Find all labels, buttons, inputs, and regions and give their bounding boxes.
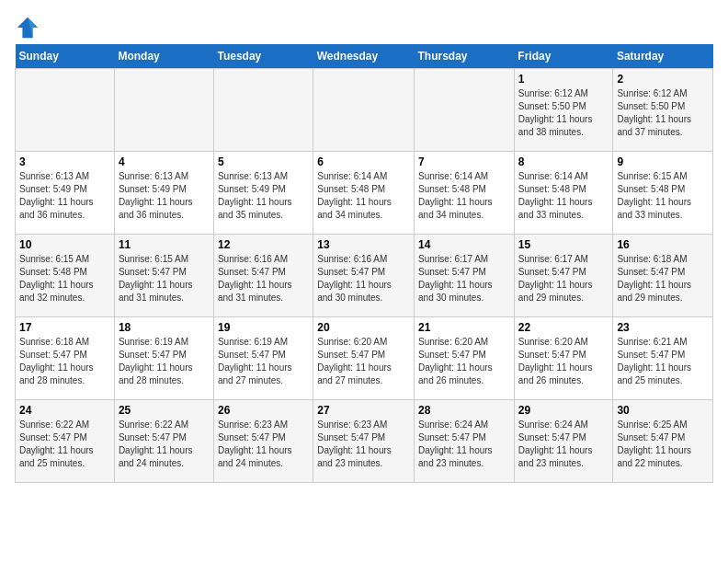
calendar-body: 1Sunrise: 6:12 AM Sunset: 5:50 PM Daylig… [16, 69, 713, 483]
weekday-header: Sunday [16, 44, 115, 69]
day-info: Sunrise: 6:23 AM Sunset: 5:47 PM Dayligh… [218, 419, 309, 470]
day-number: 9 [617, 155, 709, 168]
day-number: 16 [617, 238, 709, 251]
day-info: Sunrise: 6:12 AM Sunset: 5:50 PM Dayligh… [617, 87, 709, 139]
day-number: 15 [518, 238, 609, 251]
calendar-cell: 23Sunrise: 6:21 AM Sunset: 5:47 PM Dayli… [613, 317, 713, 400]
day-info: Sunrise: 6:17 AM Sunset: 5:47 PM Dayligh… [518, 253, 609, 304]
day-info: Sunrise: 6:15 AM Sunset: 5:48 PM Dayligh… [19, 253, 110, 304]
weekday-header: Thursday [415, 44, 515, 69]
day-info: Sunrise: 6:15 AM Sunset: 5:48 PM Dayligh… [617, 170, 709, 222]
weekday-header: Saturday [613, 44, 713, 69]
calendar-cell: 2Sunrise: 6:12 AM Sunset: 5:50 PM Daylig… [613, 69, 713, 152]
day-info: Sunrise: 6:13 AM Sunset: 5:49 PM Dayligh… [119, 170, 210, 222]
day-number: 4 [119, 155, 210, 168]
calendar-cell: 24Sunrise: 6:22 AM Sunset: 5:47 PM Dayli… [16, 400, 115, 483]
day-number: 24 [19, 404, 110, 417]
calendar-cell: 11Sunrise: 6:15 AM Sunset: 5:47 PM Dayli… [114, 235, 213, 317]
calendar-week-row: 3Sunrise: 6:13 AM Sunset: 5:49 PM Daylig… [16, 152, 713, 235]
day-number: 12 [218, 238, 309, 251]
logo-icon [15, 15, 40, 40]
logo [15, 15, 44, 40]
calendar-cell: 22Sunrise: 6:20 AM Sunset: 5:47 PM Dayli… [514, 317, 613, 400]
day-info: Sunrise: 6:21 AM Sunset: 5:47 PM Dayligh… [617, 336, 709, 387]
calendar-cell: 28Sunrise: 6:24 AM Sunset: 5:47 PM Dayli… [415, 400, 515, 483]
calendar-header: SundayMondayTuesdayWednesdayThursdayFrid… [16, 44, 713, 69]
calendar-cell: 10Sunrise: 6:15 AM Sunset: 5:48 PM Dayli… [16, 235, 115, 317]
calendar-cell [415, 69, 515, 152]
calendar-cell: 1Sunrise: 6:12 AM Sunset: 5:50 PM Daylig… [514, 69, 613, 152]
calendar-cell: 5Sunrise: 6:13 AM Sunset: 5:49 PM Daylig… [213, 152, 313, 235]
day-info: Sunrise: 6:20 AM Sunset: 5:47 PM Dayligh… [418, 336, 510, 387]
day-info: Sunrise: 6:12 AM Sunset: 5:50 PM Dayligh… [518, 87, 609, 139]
day-info: Sunrise: 6:20 AM Sunset: 5:47 PM Dayligh… [317, 336, 410, 387]
day-info: Sunrise: 6:13 AM Sunset: 5:49 PM Dayligh… [19, 170, 110, 222]
day-number: 26 [218, 404, 309, 417]
calendar-week-row: 24Sunrise: 6:22 AM Sunset: 5:47 PM Dayli… [16, 400, 713, 483]
day-number: 23 [617, 321, 709, 334]
day-info: Sunrise: 6:14 AM Sunset: 5:48 PM Dayligh… [518, 170, 609, 222]
day-info: Sunrise: 6:23 AM Sunset: 5:47 PM Dayligh… [317, 419, 410, 470]
calendar-cell [114, 69, 213, 152]
calendar-cell [16, 69, 115, 152]
calendar-cell: 26Sunrise: 6:23 AM Sunset: 5:47 PM Dayli… [213, 400, 313, 483]
calendar-cell: 29Sunrise: 6:24 AM Sunset: 5:47 PM Dayli… [514, 400, 613, 483]
day-number: 27 [317, 404, 410, 417]
day-info: Sunrise: 6:13 AM Sunset: 5:49 PM Dayligh… [218, 170, 309, 222]
day-info: Sunrise: 6:19 AM Sunset: 5:47 PM Dayligh… [119, 336, 210, 387]
day-info: Sunrise: 6:22 AM Sunset: 5:47 PM Dayligh… [19, 419, 110, 470]
day-info: Sunrise: 6:18 AM Sunset: 5:47 PM Dayligh… [617, 253, 709, 304]
day-number: 17 [19, 321, 110, 334]
day-number: 11 [119, 238, 210, 251]
day-info: Sunrise: 6:14 AM Sunset: 5:48 PM Dayligh… [418, 170, 510, 222]
calendar-week-row: 17Sunrise: 6:18 AM Sunset: 5:47 PM Dayli… [16, 317, 713, 400]
day-number: 28 [418, 404, 510, 417]
day-number: 10 [19, 238, 110, 251]
day-info: Sunrise: 6:24 AM Sunset: 5:47 PM Dayligh… [518, 419, 609, 470]
day-info: Sunrise: 6:16 AM Sunset: 5:47 PM Dayligh… [317, 253, 410, 304]
day-number: 21 [418, 321, 510, 334]
day-number: 7 [418, 155, 510, 168]
day-number: 8 [518, 155, 609, 168]
day-info: Sunrise: 6:14 AM Sunset: 5:48 PM Dayligh… [317, 170, 410, 222]
calendar-cell: 13Sunrise: 6:16 AM Sunset: 5:47 PM Dayli… [313, 235, 415, 317]
calendar-cell: 18Sunrise: 6:19 AM Sunset: 5:47 PM Dayli… [114, 317, 213, 400]
day-number: 6 [317, 155, 410, 168]
day-number: 3 [19, 155, 110, 168]
calendar-cell: 12Sunrise: 6:16 AM Sunset: 5:47 PM Dayli… [213, 235, 313, 317]
calendar-cell: 9Sunrise: 6:15 AM Sunset: 5:48 PM Daylig… [613, 152, 713, 235]
calendar-cell: 8Sunrise: 6:14 AM Sunset: 5:48 PM Daylig… [514, 152, 613, 235]
weekday-header: Tuesday [213, 44, 313, 69]
day-info: Sunrise: 6:25 AM Sunset: 5:47 PM Dayligh… [617, 419, 709, 470]
day-info: Sunrise: 6:18 AM Sunset: 5:47 PM Dayligh… [19, 336, 110, 387]
calendar-cell: 17Sunrise: 6:18 AM Sunset: 5:47 PM Dayli… [16, 317, 115, 400]
calendar-cell: 21Sunrise: 6:20 AM Sunset: 5:47 PM Dayli… [415, 317, 515, 400]
calendar-week-row: 10Sunrise: 6:15 AM Sunset: 5:48 PM Dayli… [16, 235, 713, 317]
day-number: 20 [317, 321, 410, 334]
weekday-header: Wednesday [313, 44, 415, 69]
weekday-header: Friday [514, 44, 613, 69]
day-info: Sunrise: 6:20 AM Sunset: 5:47 PM Dayligh… [518, 336, 609, 387]
calendar-cell: 30Sunrise: 6:25 AM Sunset: 5:47 PM Dayli… [613, 400, 713, 483]
day-number: 22 [518, 321, 609, 334]
day-number: 18 [119, 321, 210, 334]
day-number: 29 [518, 404, 609, 417]
day-info: Sunrise: 6:15 AM Sunset: 5:47 PM Dayligh… [119, 253, 210, 304]
calendar-cell: 14Sunrise: 6:17 AM Sunset: 5:47 PM Dayli… [415, 235, 515, 317]
day-info: Sunrise: 6:19 AM Sunset: 5:47 PM Dayligh… [218, 336, 309, 387]
calendar-cell: 6Sunrise: 6:14 AM Sunset: 5:48 PM Daylig… [313, 152, 415, 235]
weekday-header: Monday [114, 44, 213, 69]
page-header [15, 15, 713, 40]
calendar-cell: 20Sunrise: 6:20 AM Sunset: 5:47 PM Dayli… [313, 317, 415, 400]
day-info: Sunrise: 6:17 AM Sunset: 5:47 PM Dayligh… [418, 253, 510, 304]
calendar-cell: 4Sunrise: 6:13 AM Sunset: 5:49 PM Daylig… [114, 152, 213, 235]
day-number: 19 [218, 321, 309, 334]
day-number: 2 [617, 73, 709, 86]
calendar-week-row: 1Sunrise: 6:12 AM Sunset: 5:50 PM Daylig… [16, 69, 713, 152]
calendar-cell: 25Sunrise: 6:22 AM Sunset: 5:47 PM Dayli… [114, 400, 213, 483]
calendar-cell [313, 69, 415, 152]
day-info: Sunrise: 6:16 AM Sunset: 5:47 PM Dayligh… [218, 253, 309, 304]
day-number: 5 [218, 155, 309, 168]
calendar-cell: 3Sunrise: 6:13 AM Sunset: 5:49 PM Daylig… [16, 152, 115, 235]
day-info: Sunrise: 6:22 AM Sunset: 5:47 PM Dayligh… [119, 419, 210, 470]
